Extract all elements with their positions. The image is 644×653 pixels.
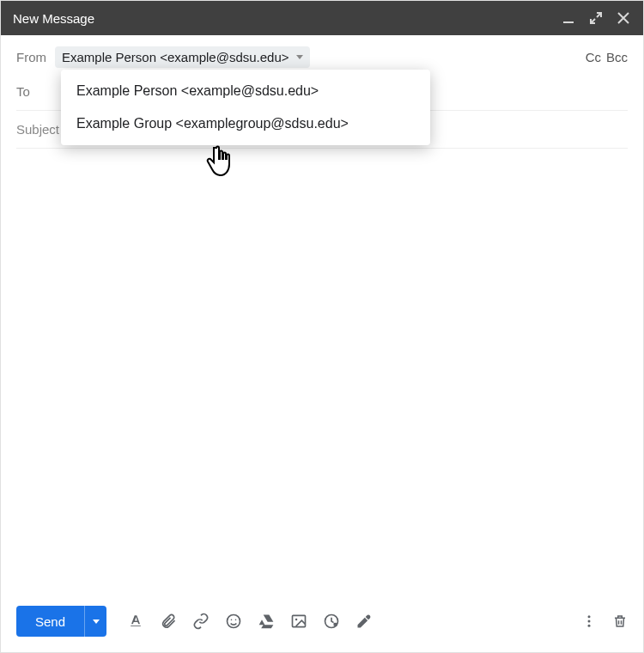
cc-button[interactable]: Cc	[586, 50, 601, 64]
image-icon[interactable]	[290, 613, 307, 630]
bcc-button[interactable]: Bcc	[606, 50, 628, 64]
text-format-icon[interactable]	[127, 613, 144, 630]
to-label: To	[16, 84, 30, 99]
cc-bcc-group: Cc Bcc	[586, 50, 628, 64]
from-option[interactable]: Example Group <examplegroup@sdsu.edu>	[61, 107, 430, 140]
send-group: Send	[16, 606, 106, 637]
titlebar-actions	[561, 10, 631, 26]
titlebar: New Message	[1, 1, 643, 35]
fields: From Example Person <example@sdsu.edu> C…	[1, 35, 643, 149]
emoji-icon[interactable]	[225, 613, 242, 630]
svg-point-8	[588, 615, 591, 618]
attach-icon[interactable]	[160, 613, 177, 630]
send-options-button[interactable]	[84, 606, 106, 637]
bottom-toolbar: Send	[1, 595, 643, 652]
window-title: New Message	[13, 11, 94, 26]
from-row: From Example Person <example@sdsu.edu> C…	[16, 35, 628, 73]
chevron-down-icon	[296, 55, 303, 59]
svg-point-1	[228, 615, 240, 628]
from-option[interactable]: Example Person <example@sdsu.edu>	[61, 75, 430, 107]
svg-point-9	[588, 620, 591, 623]
svg-point-3	[235, 619, 237, 621]
svg-point-2	[231, 619, 233, 621]
link-icon[interactable]	[192, 613, 210, 630]
trash-icon[interactable]	[612, 613, 628, 629]
svg-point-10	[588, 625, 591, 627]
from-selected-value: Example Person <example@sdsu.edu>	[62, 50, 289, 64]
drive-icon[interactable]	[258, 613, 275, 630]
svg-point-5	[295, 619, 298, 621]
from-label: From	[16, 50, 46, 64]
confidential-icon[interactable]	[323, 613, 340, 630]
minimize-icon[interactable]	[561, 10, 576, 26]
message-body[interactable]	[1, 149, 643, 595]
from-dropdown: Example Person <example@sdsu.edu> Exampl…	[61, 70, 430, 145]
pen-icon[interactable]	[355, 613, 373, 630]
send-button[interactable]: Send	[16, 606, 84, 637]
compose-window: New Message From Example Person <example…	[0, 0, 644, 653]
chevron-down-icon	[93, 619, 100, 624]
more-options-icon[interactable]	[581, 613, 597, 629]
close-icon[interactable]	[616, 10, 631, 26]
toolbar-right	[581, 613, 628, 629]
formatting-tools	[127, 613, 373, 630]
expand-icon[interactable]	[588, 10, 604, 26]
from-select[interactable]: Example Person <example@sdsu.edu>	[55, 46, 310, 68]
svg-rect-7	[334, 623, 337, 626]
svg-rect-0	[563, 21, 574, 23]
